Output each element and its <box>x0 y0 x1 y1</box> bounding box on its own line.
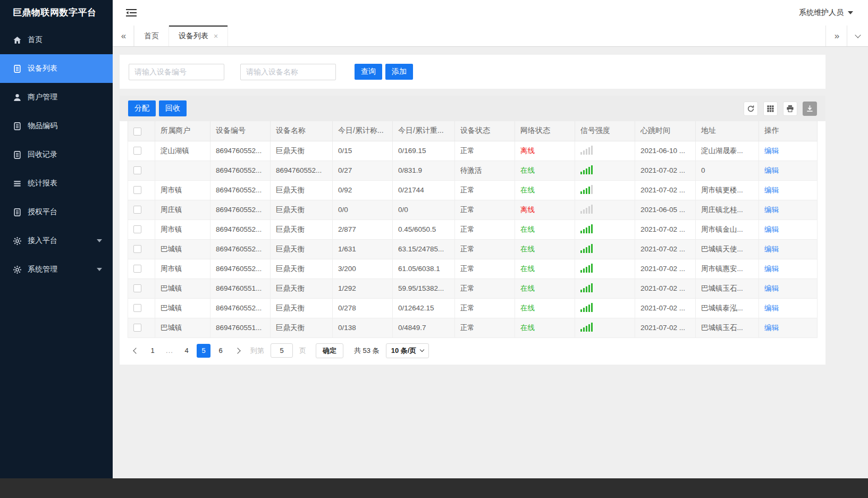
edit-link[interactable]: 编辑 <box>764 166 779 174</box>
device-no-input[interactable] <box>129 64 224 80</box>
user-menu[interactable]: 系统维护人员 <box>799 8 853 18</box>
row-checkbox[interactable] <box>133 304 141 312</box>
row-select-cell <box>128 161 155 180</box>
prev-page-icon[interactable] <box>128 344 142 358</box>
row-checkbox[interactable] <box>133 166 141 174</box>
tabs-scroll-left-icon[interactable]: « <box>113 26 134 46</box>
device-name-cell: 巨鼎天衡 <box>271 220 333 239</box>
tabs-scroll-right-icon[interactable]: » <box>825 26 847 46</box>
today-count-cell: 1/631 <box>333 239 393 259</box>
edit-link[interactable]: 编辑 <box>764 245 779 253</box>
confirm-page-button[interactable]: 确定 <box>316 343 343 358</box>
heartbeat-cell: 2021-07-02 ... <box>635 298 696 318</box>
tab-device-list[interactable]: 设备列表 × <box>169 26 228 46</box>
close-icon[interactable]: × <box>214 32 218 40</box>
tab-bar: « 首页 设备列表 × » <box>113 26 868 47</box>
sidebar-item-system-management[interactable]: 系统管理 <box>0 255 113 284</box>
device-name-cell: 巨鼎天衡 <box>271 298 333 318</box>
today-weight-cell: 59.95/15382... <box>393 278 455 298</box>
sidebar-collapse-icon[interactable] <box>125 8 137 18</box>
edit-link[interactable]: 编辑 <box>764 265 779 273</box>
signal-bars-icon <box>580 243 593 253</box>
row-checkbox[interactable] <box>133 324 141 332</box>
next-page-icon[interactable] <box>231 344 245 358</box>
row-checkbox[interactable] <box>133 206 141 214</box>
edit-link[interactable]: 编辑 <box>764 186 779 194</box>
page-number[interactable]: 4 <box>180 344 193 358</box>
network-status-cell: 离线 <box>515 200 575 220</box>
signal-strength-cell <box>575 220 635 239</box>
heartbeat-cell: 2021-07-02 ... <box>635 278 696 298</box>
sidebar-item-auth-platform[interactable]: 授权平台 <box>0 198 113 226</box>
merchant-cell: 巴城镇 <box>155 239 210 259</box>
sidebar-item-access-platform[interactable]: 接入平台 <box>0 226 113 255</box>
row-select-cell <box>128 220 155 239</box>
heartbeat-cell: 2021-07-02 ... <box>635 259 696 278</box>
signal-bars-icon <box>580 165 593 174</box>
download-icon[interactable] <box>803 102 817 116</box>
assign-button[interactable]: 分配 <box>128 100 156 116</box>
edit-link[interactable]: 编辑 <box>764 284 779 292</box>
row-select-cell <box>128 180 155 200</box>
tab-home[interactable]: 首页 <box>134 26 169 46</box>
edit-link[interactable]: 编辑 <box>764 206 779 214</box>
row-checkbox[interactable] <box>133 265 141 273</box>
page-size-value: 10 条/页 <box>391 346 417 356</box>
sidebar-item-device-list[interactable]: 设备列表 <box>0 54 113 83</box>
device-name-cell: 巨鼎天衡 <box>271 259 333 278</box>
sidebar-item-label: 接入平台 <box>28 236 57 246</box>
signal-bars-icon <box>580 204 593 214</box>
device-status-cell: 正常 <box>455 318 515 337</box>
printer-icon[interactable] <box>783 102 797 116</box>
recycle-button[interactable]: 回收 <box>159 100 187 116</box>
merchant-cell <box>155 161 210 180</box>
network-status-cell: 在线 <box>515 298 575 318</box>
column-header: 设备编号 <box>210 121 271 141</box>
operation-cell: 编辑 <box>759 298 818 318</box>
sidebar-item-merchants[interactable]: 商户管理 <box>0 83 113 112</box>
page-size-select[interactable]: 10 条/页 <box>386 343 429 358</box>
sidebar-item-reports[interactable]: 统计报表 <box>0 169 113 198</box>
today-weight-cell: 0/21744 <box>393 180 455 200</box>
device-name-cell: 巨鼎天衡 <box>271 239 333 259</box>
page-ellipsis: ... <box>163 344 176 358</box>
row-checkbox[interactable] <box>133 147 141 155</box>
today-count-cell: 0/92 <box>333 180 393 200</box>
heartbeat-cell: 2021-06-10 ... <box>635 141 696 161</box>
address-cell: 周市镇更楼... <box>696 180 759 200</box>
edit-link[interactable]: 编辑 <box>764 304 779 312</box>
sidebar-item-label: 设备列表 <box>28 64 57 73</box>
signal-bars-icon <box>580 283 593 292</box>
table-row: 周市镇8694760552...巨鼎天衡2/8770.45/6050.5正常在线… <box>128 220 818 239</box>
select-all-checkbox[interactable] <box>133 128 141 136</box>
chevron-down-icon <box>97 268 102 271</box>
row-checkbox[interactable] <box>133 284 141 292</box>
device-no-cell: 8694760552... <box>210 220 271 239</box>
merchant-cell: 周市镇 <box>155 180 210 200</box>
row-checkbox[interactable] <box>133 186 141 194</box>
sidebar-item-home[interactable]: 首页 <box>0 26 113 54</box>
page-number[interactable]: 1 <box>146 344 159 358</box>
edit-link[interactable]: 编辑 <box>764 225 779 233</box>
refresh-icon[interactable] <box>744 102 758 116</box>
table-header-row: 所属商户 设备编号 设备名称 今日/累计称... 今日/累计重... 设备状态 … <box>128 121 818 141</box>
row-checkbox[interactable] <box>133 245 141 253</box>
document-icon <box>13 208 22 217</box>
edit-link[interactable]: 编辑 <box>764 147 779 155</box>
operation-cell: 编辑 <box>759 220 818 239</box>
add-button[interactable]: 添加 <box>385 64 413 80</box>
grid-icon[interactable] <box>763 102 778 116</box>
device-name-input[interactable] <box>240 64 336 80</box>
page-number[interactable]: 6 <box>214 344 227 358</box>
page-number-active[interactable]: 5 <box>197 344 210 358</box>
goto-page-input[interactable] <box>271 343 293 358</box>
page-numbers: 1...456 <box>144 344 229 358</box>
edit-link[interactable]: 编辑 <box>764 324 779 332</box>
tabs-menu-icon[interactable] <box>847 26 868 46</box>
today-weight-cell: 0.45/6050.5 <box>393 220 455 239</box>
row-checkbox[interactable] <box>133 225 141 233</box>
sidebar-item-recycle-records[interactable]: 回收记录 <box>0 140 113 169</box>
sidebar-item-item-codes[interactable]: 物品编码 <box>0 112 113 140</box>
query-button[interactable]: 查询 <box>355 64 382 80</box>
address-cell: 周市镇惠安... <box>696 259 759 278</box>
